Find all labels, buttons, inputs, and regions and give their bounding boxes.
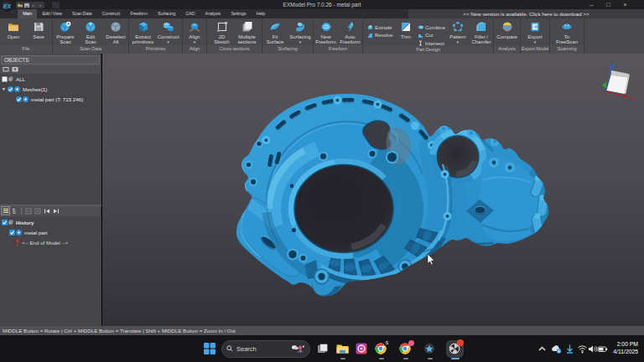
combine-icon bbox=[418, 24, 423, 30]
ribbon-toolbar: Open Save File bbox=[0, 18, 644, 54]
surfacing-icon bbox=[294, 21, 306, 33]
history-step-icon-1[interactable] bbox=[24, 207, 32, 215]
history-skip-end-icon[interactable] bbox=[52, 207, 60, 215]
export-dropdown-caret[interactable]: ▾ bbox=[534, 40, 537, 44]
open-button[interactable]: Open bbox=[1, 21, 26, 39]
menu-help[interactable]: Help bbox=[252, 9, 271, 18]
menu-freeform[interactable]: Freeform bbox=[125, 9, 153, 18]
fillet-chamfer-icon bbox=[475, 21, 487, 33]
fillet-chamfer-button[interactable]: Fillet / Chamfer bbox=[470, 21, 493, 45]
align-dropdown-caret[interactable]: ▾ bbox=[194, 40, 196, 44]
2d-sketch-button[interactable]: 2D Sketch bbox=[210, 21, 235, 45]
history-root-row[interactable]: History bbox=[0, 217, 101, 227]
save-button[interactable]: Save bbox=[26, 21, 51, 39]
history-list-view-icon[interactable] bbox=[2, 207, 9, 215]
menu-settings[interactable]: Settings bbox=[226, 9, 251, 18]
update-notice-banner[interactable]: << New version is available. Click here … bbox=[408, 9, 644, 18]
trim-button[interactable]: Trim bbox=[394, 21, 418, 39]
menu-cad[interactable]: CAD bbox=[180, 9, 200, 18]
minimize-button[interactable]: – bbox=[587, 0, 596, 9]
history-item-icon[interactable] bbox=[16, 230, 22, 235]
objects-tool-icon-1[interactable] bbox=[2, 65, 9, 73]
part-design-small-stack-a: Extrude Revolve bbox=[367, 21, 394, 39]
history-end-row[interactable]: <-- End of Model --> bbox=[0, 237, 101, 247]
revolve-button[interactable]: Revolve bbox=[367, 33, 394, 39]
ribbon-group-scan-data: Prepare Scan Edit Scan Deselect bbox=[53, 18, 129, 54]
ribbon-group-surfacing: Fit Surface Surfacing ▾ Surfacing bbox=[262, 18, 314, 54]
to-freescan-button[interactable]: To FreeScan bbox=[554, 21, 579, 45]
deselect-all-button[interactable]: Deselect All bbox=[103, 21, 128, 45]
viewport-3d[interactable]: z x bbox=[102, 54, 644, 326]
2d-sketch-icon bbox=[216, 21, 228, 33]
speaker-icon[interactable] bbox=[587, 344, 598, 354]
combine-button[interactable]: Combine bbox=[418, 24, 446, 30]
pattern-icon bbox=[452, 21, 464, 33]
fit-surface-button[interactable]: Fit Surface bbox=[262, 21, 288, 45]
menu-main[interactable]: Main bbox=[18, 9, 37, 18]
ribbon-group-label: Scan Data bbox=[53, 45, 128, 54]
menu-surfacing[interactable]: Surfacing bbox=[153, 9, 180, 18]
metal-part-model[interactable] bbox=[236, 94, 548, 297]
new-freeform-button[interactable]: New Freeform bbox=[314, 21, 338, 45]
cut-button[interactable]: Cut bbox=[418, 33, 446, 39]
battery-icon[interactable] bbox=[597, 344, 608, 354]
history-skip-start-icon[interactable] bbox=[43, 207, 50, 215]
close-button[interactable]: × bbox=[621, 0, 630, 9]
align-button[interactable]: Align ▾ bbox=[183, 21, 206, 44]
intersect-button[interactable]: Intersect bbox=[418, 40, 446, 46]
multiple-sections-button[interactable]: Multiple sections bbox=[235, 21, 260, 45]
pattern-dropdown-caret[interactable]: ▾ bbox=[457, 40, 460, 44]
main-area: OBJECTS ALL bbox=[0, 54, 644, 326]
objects-tree-row-metal-part[interactable]: metal part (T: 715 246) bbox=[0, 94, 101, 104]
construct-dropdown-caret[interactable]: ▾ bbox=[167, 40, 169, 44]
history-item-row[interactable]: metal part bbox=[0, 227, 101, 237]
model-canvas: z x bbox=[102, 54, 644, 326]
construct-button[interactable]: Construct ▾ bbox=[156, 21, 181, 44]
auto-freeform-button[interactable]: Auto Freeform bbox=[338, 21, 362, 45]
metal-part-visibility-icon[interactable] bbox=[23, 96, 29, 102]
maximize-button[interactable]: □ bbox=[604, 0, 613, 9]
menu-construct[interactable]: Construct bbox=[97, 9, 126, 18]
save-floppy-icon bbox=[33, 21, 44, 33]
meshes-visibility-icon[interactable] bbox=[14, 86, 20, 92]
ribbon-group-freeform: New Freeform Auto Freeform Freeform bbox=[314, 18, 363, 54]
history-checkbox[interactable] bbox=[2, 220, 8, 225]
view-cube[interactable]: z x bbox=[602, 62, 634, 101]
objects-tool-icon-2[interactable] bbox=[11, 65, 18, 73]
history-item-checkbox[interactable] bbox=[9, 230, 15, 235]
surfacing-dropdown-caret[interactable]: ▾ bbox=[299, 40, 302, 44]
surfacing-button[interactable]: Surfacing ▾ bbox=[288, 21, 313, 44]
objects-tree-row-meshes[interactable]: Meshes(1) bbox=[0, 84, 101, 94]
edit-scan-icon bbox=[85, 21, 96, 33]
objects-panel-toolbar bbox=[1, 65, 101, 74]
history-tree-view-icon[interactable] bbox=[11, 207, 18, 215]
history-item-label: metal part bbox=[24, 230, 48, 235]
status-bar: MIDDLE Button = Rotate | Ctrl + MIDDLE B… bbox=[0, 326, 644, 335]
edit-scan-button[interactable]: Edit Scan bbox=[78, 21, 103, 45]
onedrive-icon[interactable] bbox=[551, 344, 562, 354]
app-logo-icon[interactable]: EX bbox=[2, 1, 13, 12]
ribbon-group-label: Cross sections bbox=[207, 45, 262, 54]
compare-icon bbox=[501, 21, 513, 33]
ribbon-group-scanning: To FreeScan Scanning bbox=[550, 18, 584, 54]
taskbar-clock[interactable]: 2:00 PM 4/11/2025 bbox=[613, 341, 638, 355]
extrude-button[interactable]: Extrude bbox=[367, 24, 394, 30]
pattern-button[interactable]: Pattern ▾ bbox=[446, 21, 470, 44]
objects-tree-row-all[interactable]: ALL bbox=[0, 74, 101, 84]
tray-chevron-icon[interactable] bbox=[537, 344, 548, 354]
compare-button[interactable]: Compare bbox=[495, 21, 520, 39]
menu-edit-view[interactable]: Edit / View bbox=[37, 9, 67, 18]
menu-scan-data[interactable]: Scan Data bbox=[67, 9, 97, 18]
export-button[interactable]: Export ▾ bbox=[522, 21, 548, 44]
extract-primitives-button[interactable]: Extract primitives bbox=[131, 21, 156, 45]
ribbon-group-label: File bbox=[0, 45, 52, 54]
collapse-caret-icon[interactable] bbox=[2, 87, 6, 91]
ribbon-spacer bbox=[584, 18, 644, 54]
prepare-scan-button[interactable]: Prepare Scan bbox=[53, 21, 78, 45]
metal-part-check-icon[interactable] bbox=[16, 96, 22, 102]
menu-analysis[interactable]: Analysis bbox=[200, 9, 226, 18]
download-arrow-icon[interactable] bbox=[564, 344, 575, 354]
history-step-icon-2[interactable] bbox=[34, 207, 41, 215]
all-checkbox[interactable] bbox=[2, 76, 8, 82]
meshes-check-icon[interactable] bbox=[8, 86, 13, 92]
